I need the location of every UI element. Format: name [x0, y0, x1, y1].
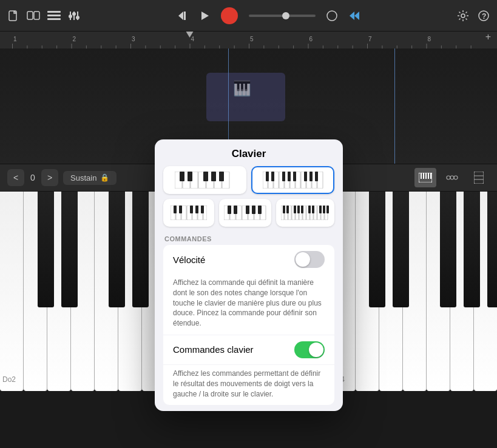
- black-key-cs2[interactable]: [38, 192, 53, 307]
- svg-rect-60: [293, 172, 296, 181]
- black-key-cs4[interactable]: [369, 192, 385, 307]
- svg-text:?: ?: [482, 12, 486, 21]
- svg-rect-43: [211, 172, 216, 181]
- play-button[interactable]: [200, 11, 210, 21]
- svg-rect-101: [283, 206, 285, 213]
- keyboard-commands-description: Affichez les commandes permettant de déf…: [163, 365, 334, 405]
- octave-control: < 0 >: [7, 169, 58, 186]
- svg-rect-102: [286, 206, 289, 213]
- record-button[interactable]: [221, 7, 238, 24]
- svg-rect-85: [246, 206, 249, 214]
- mix-button[interactable]: [68, 10, 80, 21]
- svg-rect-84: [234, 206, 237, 214]
- svg-rect-47: [274, 172, 279, 189]
- loop-button[interactable]: [27, 10, 40, 22]
- svg-rect-22: [421, 173, 422, 179]
- octave-next-button[interactable]: >: [41, 169, 58, 186]
- black-key-fs2[interactable]: [109, 192, 124, 307]
- metronome-button[interactable]: [326, 10, 337, 21]
- svg-marker-17: [354, 12, 359, 20]
- svg-rect-109: [323, 206, 325, 213]
- svg-marker-14: [201, 12, 209, 20]
- velocity-label: Vélocité: [173, 255, 294, 265]
- svg-rect-13: [184, 12, 186, 20]
- settings-button[interactable]: [457, 10, 469, 22]
- playhead-right: [394, 48, 395, 164]
- octave-prev-button[interactable]: <: [7, 169, 24, 186]
- svg-rect-1: [27, 12, 33, 19]
- svg-rect-56: [266, 172, 269, 181]
- svg-point-18: [461, 14, 465, 18]
- svg-rect-41: [188, 172, 192, 181]
- top-bar-right: ?: [457, 10, 490, 22]
- keyboard-icon-small3: [281, 206, 330, 220]
- svg-rect-4: [47, 15, 61, 16]
- svg-rect-87: [258, 206, 262, 214]
- octave-value: 0: [27, 173, 39, 182]
- keyboard-view-button[interactable]: [414, 168, 436, 187]
- new-document-button[interactable]: [7, 10, 19, 22]
- svg-rect-24: [425, 173, 427, 179]
- black-key-gs4[interactable]: [464, 192, 479, 307]
- svg-rect-61: [304, 172, 307, 181]
- top-bar-center: [80, 7, 457, 24]
- keyboard-icon-small1: [171, 206, 207, 220]
- svg-rect-106: [308, 206, 311, 213]
- svg-point-11: [76, 16, 79, 19]
- svg-rect-73: [190, 206, 193, 213]
- sustain-button[interactable]: Sustain 🔒: [63, 171, 117, 185]
- svg-marker-12: [178, 12, 183, 20]
- svg-rect-3: [47, 11, 61, 13]
- lock-icon: 🔒: [100, 173, 109, 182]
- tracks-button[interactable]: [47, 10, 61, 21]
- keyboard-icon-full: [175, 172, 235, 189]
- svg-rect-51: [296, 172, 300, 189]
- svg-rect-104: [297, 206, 300, 213]
- keyboard-option-small3[interactable]: [276, 199, 334, 227]
- add-marker-button[interactable]: +: [485, 32, 491, 42]
- strip-view-button[interactable]: [468, 168, 490, 187]
- rewind-button[interactable]: [177, 10, 189, 21]
- black-key-as4[interactable]: [487, 192, 497, 307]
- track-instrument-icon: 🎹: [233, 80, 251, 97]
- svg-rect-44: [219, 172, 224, 181]
- velocity-toggle[interactable]: [294, 251, 325, 268]
- chord-view-button[interactable]: [441, 168, 463, 187]
- black-key-ds4[interactable]: [393, 192, 408, 307]
- svg-rect-23: [423, 173, 424, 179]
- svg-marker-16: [350, 12, 354, 20]
- black-key-gs2[interactable]: [132, 192, 148, 307]
- svg-rect-40: [180, 172, 184, 181]
- transport-slider[interactable]: [249, 15, 316, 17]
- svg-rect-103: [294, 206, 296, 213]
- keyboard-option-full[interactable]: [163, 166, 246, 194]
- svg-rect-2: [34, 12, 39, 19]
- svg-rect-83: [228, 206, 231, 214]
- svg-point-7: [69, 15, 72, 18]
- keyboard-option-wide[interactable]: [251, 166, 334, 194]
- svg-rect-107: [312, 206, 314, 213]
- keyboard-option-small2[interactable]: [219, 199, 271, 227]
- keyboard-row-2: [163, 199, 334, 227]
- keyboard-option-small1[interactable]: [163, 199, 214, 227]
- black-key-fs4[interactable]: [440, 192, 456, 307]
- svg-rect-66: [181, 206, 186, 220]
- svg-rect-63: [315, 172, 318, 181]
- svg-rect-55: [317, 172, 323, 189]
- keyboard-commands-toggle[interactable]: [294, 341, 325, 358]
- svg-rect-108: [319, 206, 322, 213]
- white-key-c2[interactable]: [0, 192, 24, 391]
- top-bar: ?: [0, 0, 497, 32]
- keyboard-commands-toggle-thumb: [309, 343, 323, 357]
- svg-rect-59: [288, 172, 291, 181]
- count-in-button[interactable]: [348, 10, 360, 21]
- help-button[interactable]: ?: [478, 10, 490, 22]
- svg-point-29: [454, 176, 458, 179]
- keyboard-row-1: [163, 166, 334, 194]
- app-wrapper: ? + 🎹 < 0 > Sustain 🔒: [0, 0, 497, 448]
- black-key-ds2[interactable]: [61, 192, 77, 307]
- svg-rect-25: [428, 173, 429, 179]
- clavier-modal: Clavier: [155, 139, 343, 411]
- modal-title: Clavier: [155, 139, 343, 166]
- svg-point-27: [447, 176, 450, 179]
